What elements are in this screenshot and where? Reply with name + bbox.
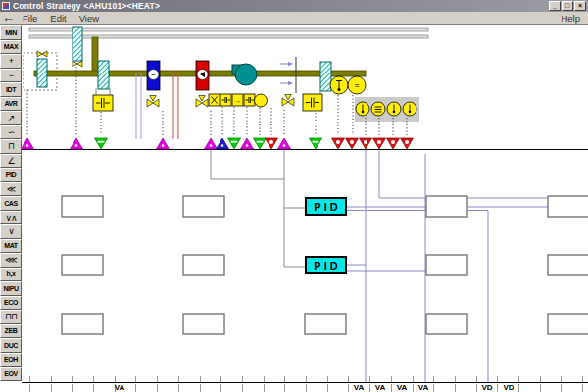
pid-block-lower[interactable]: PID [305,256,347,274]
svg-text:≈: ≈ [355,81,360,90]
analog-input-triangle [241,138,254,149]
terminal-label-va: VA [375,384,386,392]
signal-wires [211,150,586,384]
toolbar-button-curve-icon[interactable]: ∽ [0,125,22,140]
toolbar-button-shift-icon[interactable]: ≪ [0,182,22,197]
analog-input-triangle [205,138,218,149]
control-strategy-window: Control Strategy <AHU101><HEAT> _ □ × ← … [0,0,588,392]
recirculation-damper[interactable] [303,62,331,111]
terminal-label-va: VA [418,384,429,392]
bypass-valve[interactable] [282,95,294,107]
cooling-coil[interactable]: − [147,61,160,90]
terminal-label-va: VA [115,384,125,392]
svg-text:→: → [234,97,241,104]
toolbar-button-hx[interactable]: h,x [0,268,22,282]
analog-input-triangle [71,138,83,149]
minimize-button[interactable]: _ [549,1,561,11]
toolbar-button-zeb[interactable]: ZEB [0,324,22,339]
toolbar-button-eoh[interactable]: EOH [0,353,22,368]
toolbar-button-eov[interactable]: EOV [0,367,22,381]
green-output-triangle [254,138,267,149]
strategy-canvas[interactable]: − [22,24,588,392]
heating-valve[interactable] [196,96,208,108]
fan-symbol[interactable] [232,64,257,85]
terminal-labels: VA VA VA VA VA VD VD [22,384,588,392]
green-output-triangle [228,138,241,149]
terminal-label-va: VA [397,384,408,392]
toolbar-button-plus[interactable]: + [0,54,22,69]
terminal-label-va: VA [354,384,365,392]
toolbar-button-mat[interactable]: MAT [0,239,22,254]
toolbar-button-nipu[interactable]: NIPU [0,281,22,296]
analog-input-triangle [22,138,34,149]
supply-duct [29,28,428,38]
toolbar-button-eco[interactable]: ECO [0,296,22,311]
analog-input-triangle [157,138,170,149]
toolbar-button-step-icon[interactable]: ⊓ [0,139,22,154]
toolbar-button-ramp-icon[interactable]: ↗ [0,111,22,125]
green-output-triangle [310,138,322,149]
toolbar-button-avr[interactable]: AVR [0,97,22,112]
menu-view[interactable]: View [79,13,99,24]
restore-button[interactable]: □ [562,1,573,11]
exhaust-damper[interactable] [73,27,82,67]
digital-input-triangle [217,138,229,149]
green-output-triangle [95,138,108,149]
svg-text:−: − [151,71,156,79]
toolbar-button-min[interactable]: MIN [0,25,22,40]
back-arrow-icon[interactable]: ← [2,13,15,23]
toolbar-button-wave-max-icon[interactable]: ∨∧ [0,211,22,225]
toolbar-button-pulse-icon[interactable]: ⊓⊓ [0,310,22,324]
close-button[interactable]: × [574,1,586,11]
selected-sensor-group[interactable] [355,97,419,122]
analog-input-triangle [278,138,291,149]
temp-sensor-icon[interactable]: ≈ [330,76,366,94]
io-terminal-strip: VA VA VA VA VA VD VD [22,376,588,392]
toolbar-button-pid[interactable]: PID [0,168,22,182]
window-title: Control Strategy <AHU101><HEAT> [13,1,160,11]
io-connection-points[interactable] [22,138,414,149]
toolbar-button-max[interactable]: MAX [0,40,22,55]
toolbar-button-wave-min-icon[interactable]: ∨ [0,224,22,239]
menu-file[interactable]: File [23,13,37,24]
toolbar-button-compare-icon[interactable]: ∠ [0,154,22,169]
toolbar-button-idt[interactable]: IDT [0,82,22,97]
pid-block-upper[interactable]: PID [305,197,347,216]
toolbar-button-duc[interactable]: DUC [0,338,22,353]
title-bar: Control Strategy <AHU101><HEAT> _ □ × [0,0,588,12]
toolbar-button-minus[interactable]: − [0,69,22,83]
menu-edit[interactable]: Edit [50,13,66,24]
terminal-label-vd: VD [503,384,514,392]
function-toolbar: MIN MAX + − IDT AVR ↗ ∽ ⊓ ∠ PID ≪ CAS ∨∧… [0,25,22,381]
app-icon [2,2,10,10]
toolbar-button-cas[interactable]: CAS [0,196,22,211]
heating-coil[interactable] [196,61,209,90]
sensor-row[interactable]: → [209,94,268,107]
menu-help[interactable]: Help [561,13,580,24]
terminal-label-vd: VD [481,384,492,392]
terminal-ticks [22,376,588,383]
cooling-valve[interactable] [147,96,159,108]
toolbar-button-fan-icon[interactable]: ⋘ [0,253,22,268]
menu-bar: ← File Edit View Help [0,12,588,24]
